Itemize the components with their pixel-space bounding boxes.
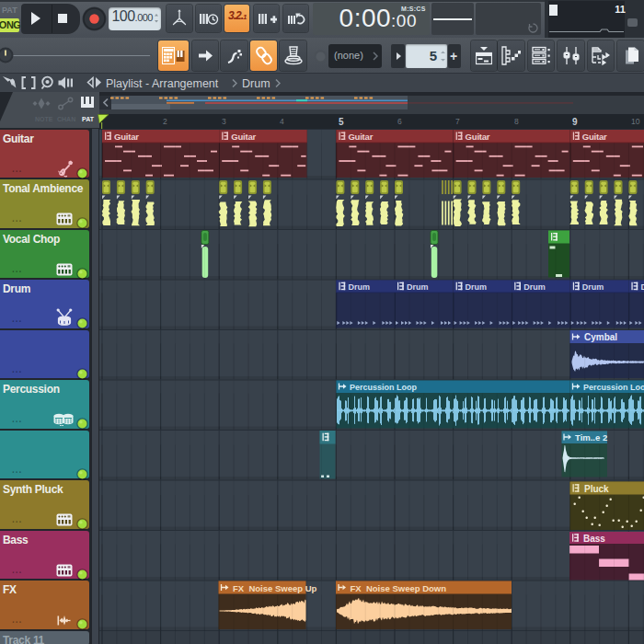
svg-text:Pluck: Pluck	[584, 484, 609, 494]
svg-text:Guitar: Guitar	[114, 132, 139, 142]
svg-text:Percussion Loop: Percussion Loop	[350, 383, 418, 392]
svg-text:Drum: Drum	[407, 282, 429, 292]
svg-text:FX Noise Sweep Up: FX Noise Sweep Up	[233, 583, 317, 593]
svg-text:Cymbal: Cymbal	[584, 332, 617, 342]
svg-text:Guitar: Guitar	[231, 132, 256, 142]
svg-text:Drum: Drum	[640, 282, 644, 292]
svg-text:Drum: Drum	[466, 282, 488, 292]
svg-text:Guitar: Guitar	[466, 132, 490, 142]
svg-text:Drum: Drum	[348, 282, 370, 292]
svg-text:Percussion Loop: Percussion Loop	[583, 383, 644, 392]
svg-text:FX Noise Sweep Down: FX Noise Sweep Down	[351, 583, 447, 593]
svg-text:Bass: Bass	[583, 534, 605, 544]
svg-text:Guitar: Guitar	[582, 132, 607, 142]
svg-text:Tim..e 2: Tim..e 2	[575, 432, 607, 443]
svg-text:Drum: Drum	[523, 282, 546, 292]
svg-text:Drum: Drum	[582, 282, 604, 292]
svg-text:Guitar: Guitar	[348, 132, 373, 142]
